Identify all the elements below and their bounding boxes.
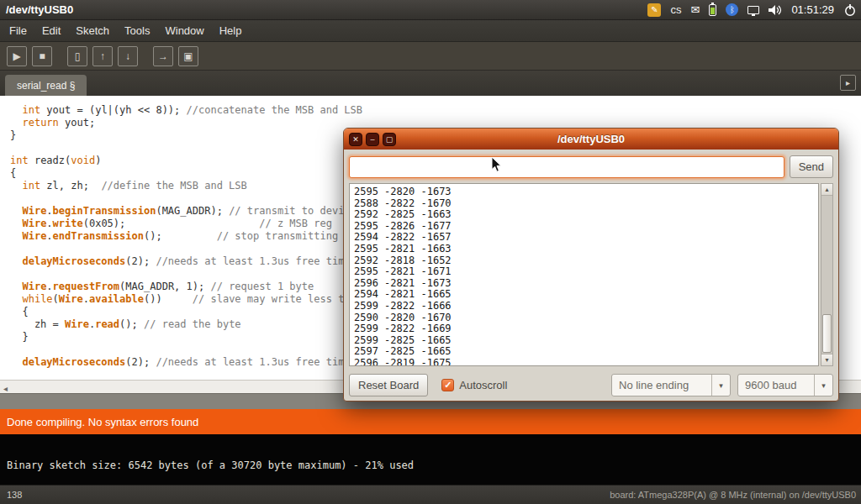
tab-label: serial_read § bbox=[17, 80, 75, 92]
notes-icon[interactable]: ✎ bbox=[647, 3, 661, 17]
serial-output[interactable]: 2595 -2820 -16732588 -2822 -16702592 -28… bbox=[349, 183, 819, 366]
serial-output-line: 2590 -2820 -1670 bbox=[354, 312, 814, 324]
clock[interactable]: 01:51:29 bbox=[791, 3, 834, 16]
serial-output-line: 2595 -2820 -1673 bbox=[354, 186, 814, 198]
serial-monitor-title: /dev/ttyUSB0 bbox=[344, 133, 838, 145]
window-controls: ✕ – ▢ bbox=[344, 133, 396, 146]
send-button[interactable]: Send bbox=[790, 155, 833, 178]
panel-window-title: /dev/ttyUSB0 bbox=[0, 3, 73, 16]
line-number-indicator: 138 bbox=[0, 490, 22, 500]
menu-window[interactable]: Window bbox=[157, 20, 211, 42]
serial-output-line: 2596 -2819 -1675 bbox=[354, 358, 814, 366]
serial-output-line: 2599 -2822 -1669 bbox=[354, 323, 814, 335]
maximize-icon: ▢ bbox=[386, 135, 394, 144]
reset-board-button[interactable]: Reset Board bbox=[349, 374, 428, 396]
board-info: board: ATmega328P(A) @ 8 MHz (internal) … bbox=[610, 490, 861, 500]
menu-sketch[interactable]: Sketch bbox=[68, 20, 117, 42]
battery-level bbox=[710, 8, 715, 14]
menu-edit[interactable]: Edit bbox=[34, 20, 68, 42]
upload-button[interactable]: → bbox=[153, 46, 173, 66]
scroll-down-arrow-icon[interactable] bbox=[821, 354, 832, 365]
footer-bar: 138 board: ATmega328P(A) @ 8 MHz (intern… bbox=[0, 485, 861, 504]
new-sketch-button[interactable]: ▯ bbox=[67, 46, 87, 66]
serial-output-line: 2594 -2822 -1657 bbox=[354, 232, 814, 244]
scroll-up-arrow-icon[interactable] bbox=[821, 184, 832, 196]
menu-help[interactable]: Help bbox=[212, 20, 250, 42]
tab-menu-icon: ▸ bbox=[846, 78, 850, 87]
save-sketch-icon: ↓ bbox=[125, 51, 130, 61]
stop-button[interactable]: ■ bbox=[32, 46, 52, 66]
serial-monitor-icon: ▣ bbox=[183, 51, 193, 61]
chevron-down-icon bbox=[814, 375, 832, 396]
serial-output-line: 2595 -2821 -1663 bbox=[354, 244, 814, 255]
send-button-label: Send bbox=[799, 160, 824, 173]
verify-icon: ▶ bbox=[13, 51, 20, 61]
serial-send-input[interactable] bbox=[349, 156, 784, 178]
scrollbar-thumb[interactable] bbox=[822, 314, 832, 353]
close-icon: ✕ bbox=[352, 135, 359, 144]
keyboard-layout-indicator[interactable]: cs bbox=[670, 3, 681, 16]
reset-board-label: Reset Board bbox=[358, 379, 419, 391]
maximize-button[interactable]: ▢ bbox=[383, 133, 396, 146]
open-sketch-icon: ↑ bbox=[100, 51, 105, 61]
serial-output-line: 2597 -2825 -1665 bbox=[354, 346, 814, 358]
open-sketch-button[interactable]: ↑ bbox=[92, 46, 113, 66]
upload-icon: → bbox=[158, 51, 168, 61]
autoscroll-checkbox[interactable] bbox=[441, 379, 454, 391]
serial-input-row: Send bbox=[344, 150, 838, 181]
serial-output-scrollbar[interactable] bbox=[821, 183, 833, 366]
code-line: int yout = (yl|(yh << 8)); //concatenate… bbox=[10, 104, 861, 117]
build-console: Binary sketch size: 6542 bytes (of a 307… bbox=[0, 434, 861, 485]
volume-icon[interactable] bbox=[769, 4, 782, 16]
minimize-button[interactable]: – bbox=[366, 133, 379, 146]
serial-output-line: 2595 -2821 -1671 bbox=[354, 266, 814, 278]
serial-output-line: 2592 -2825 -1663 bbox=[354, 209, 814, 221]
system-tray: ✎ cs ✉ ᛒ 01:51:29 bbox=[647, 3, 861, 17]
autoscroll-label: Autoscroll bbox=[459, 379, 507, 391]
status-bar: Done compiling. No syntax errors found bbox=[0, 409, 861, 434]
serial-output-line: 2596 -2821 -1673 bbox=[354, 278, 814, 290]
save-sketch-button[interactable]: ↓ bbox=[118, 46, 138, 66]
menu-file[interactable]: File bbox=[2, 20, 34, 42]
serial-monitor-button[interactable]: ▣ bbox=[178, 46, 198, 66]
serial-monitor-titlebar[interactable]: /dev/ttyUSB0 ✕ – ▢ bbox=[344, 129, 838, 150]
tabbar: serial_read § ▸ bbox=[0, 71, 861, 96]
status-message: Done compiling. No syntax errors found bbox=[0, 416, 198, 428]
menubar: FileEditSketchToolsWindowHelp bbox=[0, 20, 861, 42]
network-icon[interactable] bbox=[747, 6, 759, 14]
serial-output-line: 2592 -2818 -1652 bbox=[354, 255, 814, 267]
tab-menu-button[interactable]: ▸ bbox=[840, 75, 856, 91]
serial-output-line: 2594 -2821 -1665 bbox=[354, 289, 814, 301]
bluetooth-icon[interactable]: ᛒ bbox=[726, 3, 738, 16]
serial-output-line: 2599 -2825 -1665 bbox=[354, 335, 814, 347]
session-menu-icon[interactable] bbox=[843, 3, 857, 17]
tab-serial-read[interactable]: serial_read § bbox=[5, 75, 87, 96]
close-button[interactable]: ✕ bbox=[349, 133, 362, 146]
verify-button[interactable]: ▶ bbox=[7, 46, 27, 66]
top-panel: /dev/ttyUSB0 ✎ cs ✉ ᛒ 01:51:29 bbox=[0, 0, 861, 20]
line-ending-dropdown[interactable]: No line ending bbox=[611, 374, 731, 396]
baud-rate-value: 9600 baud bbox=[738, 379, 814, 391]
serial-output-line: 2588 -2822 -1670 bbox=[354, 198, 814, 210]
toolbar: ▶■▯↑↓→▣ bbox=[0, 42, 861, 71]
serial-monitor-window: /dev/ttyUSB0 ✕ – ▢ Send 2595 -2820 -1673… bbox=[343, 128, 839, 402]
minimize-icon: – bbox=[370, 135, 374, 144]
scroll-left-arrow-icon[interactable] bbox=[0, 380, 8, 395]
baud-rate-dropdown[interactable]: 9600 baud bbox=[737, 374, 833, 396]
scrollbar-track[interactable] bbox=[821, 196, 832, 354]
line-ending-value: No line ending bbox=[612, 379, 711, 391]
new-sketch-icon: ▯ bbox=[75, 51, 81, 61]
battery-icon[interactable] bbox=[709, 4, 716, 16]
mail-icon[interactable]: ✉ bbox=[690, 3, 700, 16]
console-text: Binary sketch size: 6542 bytes (of a 307… bbox=[7, 459, 414, 471]
serial-output-wrap: 2595 -2820 -16732588 -2822 -16702592 -28… bbox=[349, 183, 833, 366]
stop-icon: ■ bbox=[39, 51, 45, 61]
menu-tools[interactable]: Tools bbox=[117, 20, 157, 42]
serial-output-line: 2599 -2822 -1666 bbox=[354, 301, 814, 312]
chevron-down-icon bbox=[711, 375, 730, 396]
serial-output-line: 2595 -2826 -1677 bbox=[354, 221, 814, 233]
serial-monitor-controls: Reset Board Autoscroll No line ending 96… bbox=[344, 366, 838, 404]
